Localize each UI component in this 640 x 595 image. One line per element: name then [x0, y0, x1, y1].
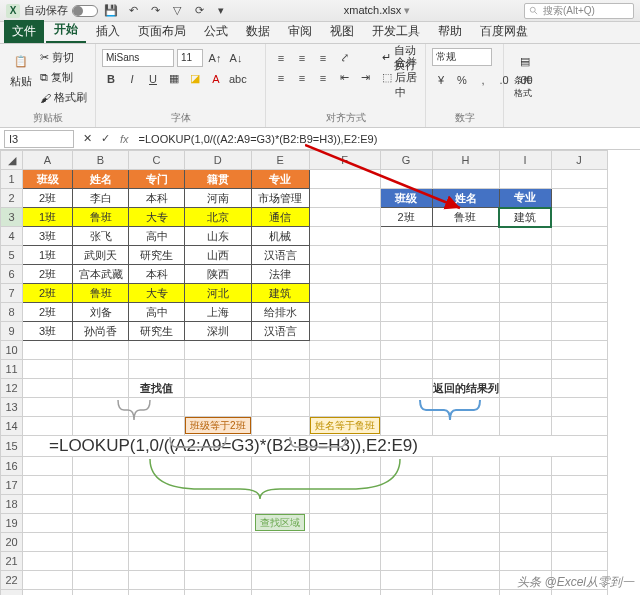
cell-A8[interactable]: 2班: [23, 303, 73, 322]
cell-E9[interactable]: 汉语言: [251, 322, 309, 341]
conditional-format-button[interactable]: ▤ 条件格式: [510, 48, 540, 102]
row-header-12[interactable]: 12: [1, 379, 23, 398]
cell-D12[interactable]: [185, 379, 252, 398]
cell-H3[interactable]: 鲁班: [432, 208, 499, 227]
cell-D16[interactable]: [185, 457, 252, 476]
cell-J17[interactable]: [551, 476, 607, 495]
cell-D17[interactable]: [185, 476, 252, 495]
cell-J8[interactable]: [551, 303, 607, 322]
cell-E18[interactable]: [251, 495, 309, 514]
col-header-A[interactable]: A: [23, 151, 73, 170]
cell-J11[interactable]: [551, 360, 607, 379]
cell-D23[interactable]: [185, 590, 252, 596]
cell-I3[interactable]: 建筑: [499, 208, 551, 227]
cell-F6[interactable]: [309, 265, 380, 284]
tab-insert[interactable]: 插入: [88, 20, 128, 43]
cell-E7[interactable]: 建筑: [251, 284, 309, 303]
cell-J1[interactable]: [551, 170, 607, 189]
cell-A23[interactable]: [23, 590, 73, 596]
cell-G13[interactable]: [380, 398, 432, 417]
cell-D11[interactable]: [185, 360, 252, 379]
cell-H13[interactable]: [432, 398, 499, 417]
cell-I21[interactable]: [499, 552, 551, 571]
cell-G23[interactable]: [380, 590, 432, 596]
col-header-C[interactable]: C: [129, 151, 185, 170]
merge-button[interactable]: ⬚合并后居中: [382, 68, 419, 87]
cell-I19[interactable]: [499, 514, 551, 533]
cell-D21[interactable]: [185, 552, 252, 571]
border-button[interactable]: ▦: [165, 70, 183, 88]
cell-C19[interactable]: [129, 514, 185, 533]
row-header-5[interactable]: 5: [1, 246, 23, 265]
cell-I7[interactable]: [499, 284, 551, 303]
cell-F4[interactable]: [309, 227, 380, 246]
cell-A12[interactable]: [23, 379, 73, 398]
cell-H14[interactable]: [432, 417, 499, 436]
indent-dec-icon[interactable]: ⇤: [335, 69, 353, 87]
cell-B4[interactable]: 张飞: [73, 227, 129, 246]
cell-G1[interactable]: [380, 170, 432, 189]
cell-A22[interactable]: [23, 571, 73, 590]
cell-C8[interactable]: 高中: [129, 303, 185, 322]
cell-H4[interactable]: [432, 227, 499, 246]
cell-B11[interactable]: [73, 360, 129, 379]
cell-J2[interactable]: [551, 189, 607, 208]
cell-C9[interactable]: 研究生: [129, 322, 185, 341]
cell-G18[interactable]: [380, 495, 432, 514]
cell-E14[interactable]: [251, 417, 309, 436]
cell-C22[interactable]: [129, 571, 185, 590]
cell-C20[interactable]: [129, 533, 185, 552]
cell-D4[interactable]: 山东: [185, 227, 252, 246]
cell-E17[interactable]: [251, 476, 309, 495]
cell-H7[interactable]: [432, 284, 499, 303]
row-header-1[interactable]: 1: [1, 170, 23, 189]
cell-J7[interactable]: [551, 284, 607, 303]
cell-H19[interactable]: [432, 514, 499, 533]
cell-H22[interactable]: [432, 571, 499, 590]
filter-icon[interactable]: ▽: [168, 2, 186, 20]
cell-G8[interactable]: [380, 303, 432, 322]
cell-A16[interactable]: [23, 457, 73, 476]
save-icon[interactable]: 💾: [102, 2, 120, 20]
cell-A6[interactable]: 2班: [23, 265, 73, 284]
cell-A19[interactable]: [23, 514, 73, 533]
cell-E2[interactable]: 市场管理: [251, 189, 309, 208]
cell-D8[interactable]: 上海: [185, 303, 252, 322]
cancel-icon[interactable]: ✕: [78, 130, 96, 148]
row-header-19[interactable]: 19: [1, 514, 23, 533]
cell-H20[interactable]: [432, 533, 499, 552]
cell-E1[interactable]: 专业: [251, 170, 309, 189]
tab-formulas[interactable]: 公式: [196, 20, 236, 43]
cell-G17[interactable]: [380, 476, 432, 495]
cell-F9[interactable]: [309, 322, 380, 341]
align-right-icon[interactable]: ≡: [314, 69, 332, 87]
cell-E4[interactable]: 机械: [251, 227, 309, 246]
spreadsheet-grid[interactable]: ◢ABCDEFGHIJ1班级姓名专门籍贯专业22班李白本科河南市场管理班级姓名专…: [0, 150, 640, 595]
format-painter-button[interactable]: 🖌格式刷: [40, 88, 87, 107]
cell-I11[interactable]: [499, 360, 551, 379]
qat-more-icon[interactable]: ▾: [212, 2, 230, 20]
cell-H17[interactable]: [432, 476, 499, 495]
cell-G5[interactable]: [380, 246, 432, 265]
align-left-icon[interactable]: ≡: [272, 69, 290, 87]
cell-F11[interactable]: [309, 360, 380, 379]
increase-font-icon[interactable]: A↑: [206, 49, 224, 67]
cell-C4[interactable]: 高中: [129, 227, 185, 246]
underline-button[interactable]: U: [144, 70, 162, 88]
undo-icon[interactable]: ↶: [124, 2, 142, 20]
cell-H2[interactable]: 姓名: [432, 189, 499, 208]
cell-B18[interactable]: [73, 495, 129, 514]
cell-G22[interactable]: [380, 571, 432, 590]
cell-F1[interactable]: [309, 170, 380, 189]
cell-J3[interactable]: [551, 208, 607, 227]
cell-B9[interactable]: 孙尚香: [73, 322, 129, 341]
cell-B1[interactable]: 姓名: [73, 170, 129, 189]
cell-I4[interactable]: [499, 227, 551, 246]
cell-G14[interactable]: [380, 417, 432, 436]
col-header-G[interactable]: G: [380, 151, 432, 170]
cell-A5[interactable]: 1班: [23, 246, 73, 265]
cell-J21[interactable]: [551, 552, 607, 571]
redo-icon[interactable]: ↷: [146, 2, 164, 20]
cell-F20[interactable]: [309, 533, 380, 552]
paste-button[interactable]: 📋 粘贴: [6, 48, 36, 91]
